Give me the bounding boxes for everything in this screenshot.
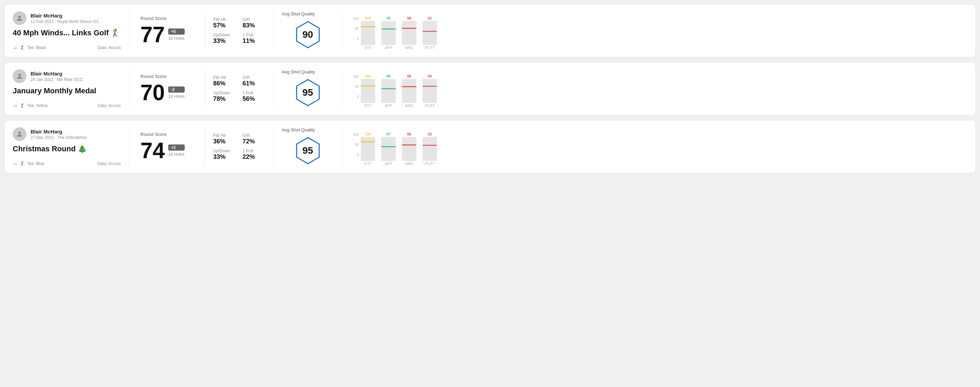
gir-value: 83% [243,22,265,29]
bar-marker [381,88,396,89]
tee-label: Tee: Yellow [27,103,48,108]
svg-point-1 [18,74,21,76]
bar-value-putt: 82 [428,16,432,20]
gir-value: 61% [243,80,265,87]
score-row: 77 +5 18 Holes [140,24,194,46]
bar-group-putt: 99 PUTT [423,74,437,108]
bar-track-putt [423,21,437,45]
bar-value-arg: 96 [407,74,411,78]
gir-stat: GIR 72% [243,133,265,145]
fw-hit-stat: FW Hit 36% [213,133,236,145]
y-axis: 100 50 0 [350,133,359,157]
bar-marker [361,26,375,27]
y-50: 50 [350,27,359,30]
avatar [13,127,26,141]
one-putt-value: 11% [243,37,265,44]
one-putt-value: 56% [243,95,265,103]
bar-track-ott [361,79,375,103]
user-icon [16,72,23,80]
avatar [13,69,26,83]
y-0: 0 [350,37,359,41]
updown-stat: Up/Down 33% [213,33,236,44]
bar-value-app: 95 [387,16,391,20]
stats-grid: FW Hit 36% GIR 72% Up/Down 33% 1 Putt 22… [213,133,265,160]
middle-section: Round Score 77 +5 18 Holes [129,11,205,50]
chart-container: 100 50 0 101 OTT [350,70,959,108]
middle-section: Round Score 70 -2 18 Holes [129,69,205,108]
chart-container: 100 50 0 107 OTT [350,12,959,50]
bar-group-ott: 101 OTT [361,74,375,108]
data-source: Data: Arccos [97,161,121,166]
tee-label: Tee: Blue [27,161,44,166]
bar-marker [423,31,437,32]
middle-section: Round Score 74 +2 18 Holes [129,127,205,166]
bar-fill [423,32,437,45]
score-row: 74 +2 18 Holes [140,140,194,162]
fw-hit-stat: FW Hit 86% [213,75,236,87]
bar-axis-label: ARG [405,162,413,166]
y-100: 100 [350,75,359,79]
user-header: Blair McHarg 12 Feb 2022 · Royal North D… [13,11,121,25]
bar-track-arg [402,21,416,45]
stats-grid: FW Hit 86% GIR 61% Up/Down 78% 1 Putt 56… [213,75,265,103]
bar-track-app [381,137,396,161]
stats-section: FW Hit 86% GIR 61% Up/Down 78% 1 Putt 56… [205,69,274,108]
quality-label: Avg Shot Quality [282,11,315,16]
bar-track-putt [423,79,437,103]
score-badge: +5 [168,29,185,35]
bar-group-app: 95 APP [381,16,396,50]
stats-grid: FW Hit 57% GIR 83% Up/Down 33% 1 Putt 11… [213,17,265,44]
avatar [13,11,26,25]
quality-section: Avg Shot Quality 95 [274,69,342,108]
tee-label: Tee: Black [27,45,46,50]
footer-row: ☁️ 🏌 Tee: Black Data: Arccos [13,45,121,50]
bar-fill [402,87,416,103]
holes-label: 18 Holes [168,94,185,99]
holes-label: 18 Holes [168,36,185,41]
user-name: Blair McHarg [30,13,99,19]
user-header: Blair McHarg 29 Jan 2022 · Mill Ride GCC [13,69,121,83]
y-axis: 100 50 0 [350,17,359,41]
fw-hit-value: 36% [213,138,236,145]
bar-axis-label: PUTT [425,104,435,108]
fw-hit-value: 57% [213,22,236,29]
bar-axis-label: OTT [364,46,372,50]
data-source: Data: Arccos [97,45,121,50]
user-info: Blair McHarg 12 Feb 2022 · Royal North D… [30,13,99,24]
bar-track-arg [402,137,416,161]
bar-axis-label: APP [385,104,392,108]
gir-label: GIR [243,17,265,22]
bars-container: 107 OTT 95 [350,12,437,50]
stats-section: FW Hit 57% GIR 83% Up/Down 33% 1 Putt 11… [205,11,274,50]
big-score: 70 [140,82,165,104]
bar-value-putt: 93 [428,132,432,136]
bar-value-ott: 101 [365,74,371,78]
round-title: Christmas Round 🎄 [13,144,121,153]
round-card-1: Blair McHarg 12 Feb 2022 · Royal North D… [4,4,976,57]
hex-score: 90 [302,29,313,40]
updown-label: Up/Down [213,90,236,95]
score-badge: +2 [168,144,185,151]
bar-axis-label: ARG [405,104,413,108]
hexagon-container: 95 [293,77,323,108]
score-details: +2 18 Holes [168,144,185,157]
quality-section: Avg Shot Quality 90 [274,11,342,50]
chart-section: 100 50 0 101 OTT [342,69,967,108]
one-putt-label: 1 Putt [243,33,265,37]
one-putt-label: 1 Putt [243,149,265,153]
bar-axis-label: PUTT [425,46,435,50]
y-0: 0 [350,95,359,99]
bar-fill [381,89,396,103]
bar-marker [361,86,375,86]
bar-axis-label: OTT [364,104,372,108]
score-badge: -2 [168,86,185,93]
updown-stat: Up/Down 33% [213,149,236,160]
stats-section: FW Hit 36% GIR 72% Up/Down 33% 1 Putt 22… [205,127,274,166]
bar-value-putt: 99 [428,74,432,78]
bar-fill [423,86,437,103]
chart-section: 100 50 0 107 OTT [342,11,967,50]
hexagon-container: 90 [293,19,323,50]
left-section: Blair McHarg 29 Jan 2022 · Mill Ride GCC… [13,69,129,108]
left-section: Blair McHarg 12 Feb 2022 · Royal North D… [13,11,129,50]
one-putt-stat: 1 Putt 11% [243,33,265,44]
